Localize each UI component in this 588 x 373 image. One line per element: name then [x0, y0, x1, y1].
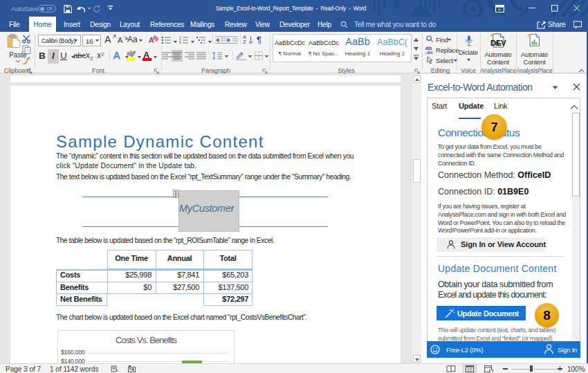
svg-text:3: 3: [179, 42, 181, 45]
svg-text:ac: ac: [428, 49, 434, 55]
